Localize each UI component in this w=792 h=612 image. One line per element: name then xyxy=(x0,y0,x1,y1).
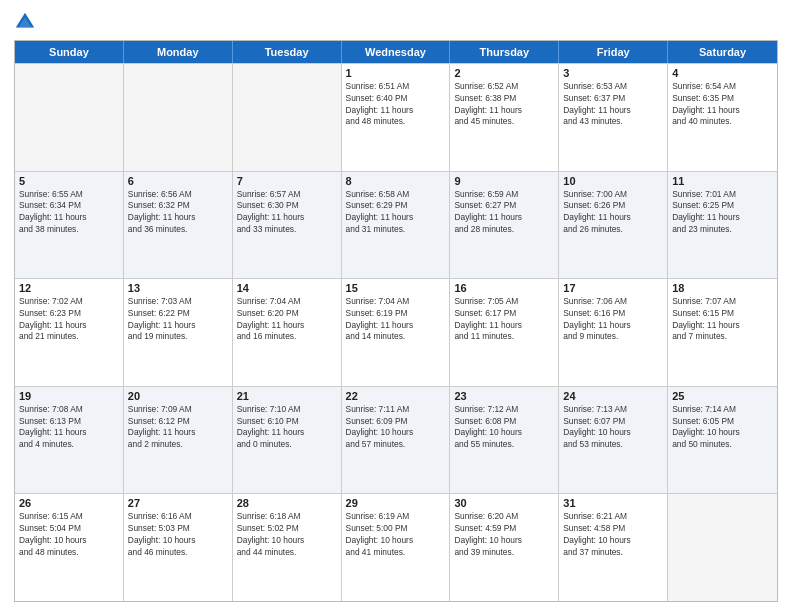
calendar-cell: 19Sunrise: 7:08 AM Sunset: 6:13 PM Dayli… xyxy=(15,387,124,494)
calendar-cell: 21Sunrise: 7:10 AM Sunset: 6:10 PM Dayli… xyxy=(233,387,342,494)
day-info: Sunrise: 7:11 AM Sunset: 6:09 PM Dayligh… xyxy=(346,404,446,451)
calendar-row: 12Sunrise: 7:02 AM Sunset: 6:23 PM Dayli… xyxy=(15,278,777,386)
day-number: 16 xyxy=(454,282,554,294)
day-info: Sunrise: 6:15 AM Sunset: 5:04 PM Dayligh… xyxy=(19,511,119,558)
calendar-cell: 16Sunrise: 7:05 AM Sunset: 6:17 PM Dayli… xyxy=(450,279,559,386)
day-number: 3 xyxy=(563,67,663,79)
day-info: Sunrise: 7:07 AM Sunset: 6:15 PM Dayligh… xyxy=(672,296,773,343)
day-number: 13 xyxy=(128,282,228,294)
day-number: 25 xyxy=(672,390,773,402)
day-number: 22 xyxy=(346,390,446,402)
day-number: 14 xyxy=(237,282,337,294)
day-number: 7 xyxy=(237,175,337,187)
day-info: Sunrise: 6:59 AM Sunset: 6:27 PM Dayligh… xyxy=(454,189,554,236)
day-info: Sunrise: 7:00 AM Sunset: 6:26 PM Dayligh… xyxy=(563,189,663,236)
day-info: Sunrise: 6:56 AM Sunset: 6:32 PM Dayligh… xyxy=(128,189,228,236)
calendar-cell: 7Sunrise: 6:57 AM Sunset: 6:30 PM Daylig… xyxy=(233,172,342,279)
calendar-cell xyxy=(124,64,233,171)
day-number: 6 xyxy=(128,175,228,187)
calendar-row: 19Sunrise: 7:08 AM Sunset: 6:13 PM Dayli… xyxy=(15,386,777,494)
day-number: 31 xyxy=(563,497,663,509)
calendar-row: 26Sunrise: 6:15 AM Sunset: 5:04 PM Dayli… xyxy=(15,493,777,601)
day-number: 9 xyxy=(454,175,554,187)
calendar-cell: 1Sunrise: 6:51 AM Sunset: 6:40 PM Daylig… xyxy=(342,64,451,171)
weekday-header: Wednesday xyxy=(342,41,451,63)
day-info: Sunrise: 7:04 AM Sunset: 6:19 PM Dayligh… xyxy=(346,296,446,343)
day-info: Sunrise: 7:13 AM Sunset: 6:07 PM Dayligh… xyxy=(563,404,663,451)
day-info: Sunrise: 6:19 AM Sunset: 5:00 PM Dayligh… xyxy=(346,511,446,558)
weekday-header: Monday xyxy=(124,41,233,63)
weekday-header: Saturday xyxy=(668,41,777,63)
day-number: 8 xyxy=(346,175,446,187)
logo-icon xyxy=(14,10,36,32)
calendar-cell: 27Sunrise: 6:16 AM Sunset: 5:03 PM Dayli… xyxy=(124,494,233,601)
day-info: Sunrise: 6:18 AM Sunset: 5:02 PM Dayligh… xyxy=(237,511,337,558)
day-info: Sunrise: 7:04 AM Sunset: 6:20 PM Dayligh… xyxy=(237,296,337,343)
calendar-cell: 24Sunrise: 7:13 AM Sunset: 6:07 PM Dayli… xyxy=(559,387,668,494)
day-number: 28 xyxy=(237,497,337,509)
day-info: Sunrise: 6:20 AM Sunset: 4:59 PM Dayligh… xyxy=(454,511,554,558)
calendar-cell: 25Sunrise: 7:14 AM Sunset: 6:05 PM Dayli… xyxy=(668,387,777,494)
weekday-header: Friday xyxy=(559,41,668,63)
day-number: 12 xyxy=(19,282,119,294)
calendar-cell: 17Sunrise: 7:06 AM Sunset: 6:16 PM Dayli… xyxy=(559,279,668,386)
calendar-header: SundayMondayTuesdayWednesdayThursdayFrid… xyxy=(15,41,777,63)
day-number: 20 xyxy=(128,390,228,402)
calendar-cell: 31Sunrise: 6:21 AM Sunset: 4:58 PM Dayli… xyxy=(559,494,668,601)
calendar-cell: 20Sunrise: 7:09 AM Sunset: 6:12 PM Dayli… xyxy=(124,387,233,494)
calendar-cell: 11Sunrise: 7:01 AM Sunset: 6:25 PM Dayli… xyxy=(668,172,777,279)
day-number: 19 xyxy=(19,390,119,402)
calendar-cell xyxy=(668,494,777,601)
day-info: Sunrise: 7:10 AM Sunset: 6:10 PM Dayligh… xyxy=(237,404,337,451)
day-info: Sunrise: 7:14 AM Sunset: 6:05 PM Dayligh… xyxy=(672,404,773,451)
calendar-cell: 23Sunrise: 7:12 AM Sunset: 6:08 PM Dayli… xyxy=(450,387,559,494)
calendar-cell: 5Sunrise: 6:55 AM Sunset: 6:34 PM Daylig… xyxy=(15,172,124,279)
day-info: Sunrise: 6:57 AM Sunset: 6:30 PM Dayligh… xyxy=(237,189,337,236)
day-info: Sunrise: 7:12 AM Sunset: 6:08 PM Dayligh… xyxy=(454,404,554,451)
calendar-cell: 15Sunrise: 7:04 AM Sunset: 6:19 PM Dayli… xyxy=(342,279,451,386)
calendar-row: 5Sunrise: 6:55 AM Sunset: 6:34 PM Daylig… xyxy=(15,171,777,279)
calendar-cell: 12Sunrise: 7:02 AM Sunset: 6:23 PM Dayli… xyxy=(15,279,124,386)
day-number: 21 xyxy=(237,390,337,402)
calendar-cell: 2Sunrise: 6:52 AM Sunset: 6:38 PM Daylig… xyxy=(450,64,559,171)
calendar-cell: 13Sunrise: 7:03 AM Sunset: 6:22 PM Dayli… xyxy=(124,279,233,386)
day-number: 26 xyxy=(19,497,119,509)
logo xyxy=(14,10,40,32)
day-info: Sunrise: 7:02 AM Sunset: 6:23 PM Dayligh… xyxy=(19,296,119,343)
day-number: 30 xyxy=(454,497,554,509)
day-number: 4 xyxy=(672,67,773,79)
day-number: 5 xyxy=(19,175,119,187)
calendar-cell: 14Sunrise: 7:04 AM Sunset: 6:20 PM Dayli… xyxy=(233,279,342,386)
day-number: 10 xyxy=(563,175,663,187)
day-number: 18 xyxy=(672,282,773,294)
calendar-cell: 18Sunrise: 7:07 AM Sunset: 6:15 PM Dayli… xyxy=(668,279,777,386)
weekday-header: Thursday xyxy=(450,41,559,63)
calendar-cell: 6Sunrise: 6:56 AM Sunset: 6:32 PM Daylig… xyxy=(124,172,233,279)
day-info: Sunrise: 7:08 AM Sunset: 6:13 PM Dayligh… xyxy=(19,404,119,451)
day-info: Sunrise: 6:52 AM Sunset: 6:38 PM Dayligh… xyxy=(454,81,554,128)
calendar-body: 1Sunrise: 6:51 AM Sunset: 6:40 PM Daylig… xyxy=(15,63,777,601)
day-info: Sunrise: 7:09 AM Sunset: 6:12 PM Dayligh… xyxy=(128,404,228,451)
day-number: 23 xyxy=(454,390,554,402)
calendar-cell: 3Sunrise: 6:53 AM Sunset: 6:37 PM Daylig… xyxy=(559,64,668,171)
day-info: Sunrise: 6:21 AM Sunset: 4:58 PM Dayligh… xyxy=(563,511,663,558)
calendar-cell: 8Sunrise: 6:58 AM Sunset: 6:29 PM Daylig… xyxy=(342,172,451,279)
day-info: Sunrise: 7:03 AM Sunset: 6:22 PM Dayligh… xyxy=(128,296,228,343)
weekday-header: Sunday xyxy=(15,41,124,63)
day-number: 27 xyxy=(128,497,228,509)
calendar-cell: 22Sunrise: 7:11 AM Sunset: 6:09 PM Dayli… xyxy=(342,387,451,494)
calendar-cell xyxy=(233,64,342,171)
day-number: 29 xyxy=(346,497,446,509)
day-number: 1 xyxy=(346,67,446,79)
day-info: Sunrise: 7:05 AM Sunset: 6:17 PM Dayligh… xyxy=(454,296,554,343)
calendar-cell: 30Sunrise: 6:20 AM Sunset: 4:59 PM Dayli… xyxy=(450,494,559,601)
day-number: 15 xyxy=(346,282,446,294)
calendar-cell: 10Sunrise: 7:00 AM Sunset: 6:26 PM Dayli… xyxy=(559,172,668,279)
day-info: Sunrise: 6:53 AM Sunset: 6:37 PM Dayligh… xyxy=(563,81,663,128)
calendar-row: 1Sunrise: 6:51 AM Sunset: 6:40 PM Daylig… xyxy=(15,63,777,171)
day-info: Sunrise: 6:51 AM Sunset: 6:40 PM Dayligh… xyxy=(346,81,446,128)
day-number: 24 xyxy=(563,390,663,402)
calendar-cell xyxy=(15,64,124,171)
day-info: Sunrise: 7:01 AM Sunset: 6:25 PM Dayligh… xyxy=(672,189,773,236)
day-info: Sunrise: 7:06 AM Sunset: 6:16 PM Dayligh… xyxy=(563,296,663,343)
